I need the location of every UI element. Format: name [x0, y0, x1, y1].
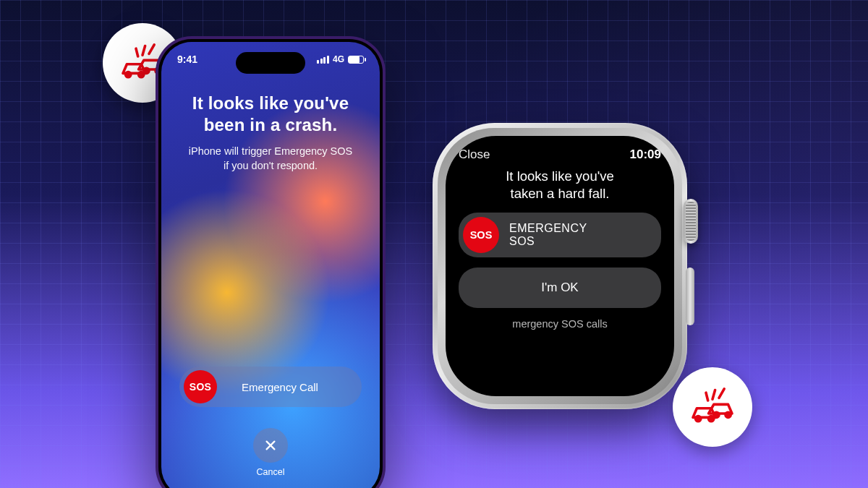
- watch-time: 10:09: [630, 147, 661, 162]
- crash-icon: [686, 381, 739, 433]
- im-ok-button[interactable]: I'm OK: [459, 267, 661, 308]
- cancel-button[interactable]: [253, 428, 288, 463]
- crash-badge-br: [673, 367, 752, 447]
- emergency-call-slider[interactable]: SOS Emergency Call: [179, 367, 362, 407]
- status-time: 9:41: [177, 53, 197, 65]
- sos-icon[interactable]: SOS: [184, 370, 217, 403]
- battery-icon: [348, 56, 364, 64]
- crash-subtitle: iPhone will trigger Emergency SOS if you…: [189, 145, 352, 173]
- watch-crown[interactable]: [684, 199, 698, 244]
- watch-screen: Close 10:09 It looks like you've taken a…: [446, 136, 674, 396]
- dynamic-island: [236, 52, 305, 74]
- svg-point-1: [139, 72, 144, 77]
- emergency-call-label: Emergency Call: [217, 381, 357, 393]
- emergency-sos-button[interactable]: SOS EMERGENCY SOS: [459, 213, 661, 257]
- watch-footer-text: mergency SOS calls: [459, 318, 661, 331]
- watch-device: Close 10:09 It looks like you've taken a…: [433, 123, 687, 409]
- iphone-screen: 9:41 4G It looks like you've been in a c…: [161, 42, 380, 488]
- sos-icon[interactable]: SOS: [463, 217, 499, 253]
- crash-title: It looks like you've been in a crash.: [189, 93, 352, 136]
- watch-side-button[interactable]: [686, 267, 694, 325]
- iphone-device: 9:41 4G It looks like you've been in a c…: [156, 36, 386, 488]
- svg-point-7: [726, 412, 731, 417]
- fall-message: It looks like you've taken a hard fall.: [459, 168, 661, 202]
- signal-icon: [317, 56, 329, 64]
- cancel-label: Cancel: [257, 467, 285, 477]
- watch-close-button[interactable]: Close: [459, 147, 490, 162]
- emergency-sos-label: EMERGENCY SOS: [509, 222, 587, 249]
- svg-point-0: [126, 72, 131, 77]
- svg-point-6: [714, 412, 719, 417]
- network-label: 4G: [333, 54, 344, 64]
- svg-point-5: [709, 416, 714, 421]
- svg-point-2: [144, 68, 149, 73]
- svg-point-4: [696, 416, 701, 421]
- close-icon: [264, 439, 277, 452]
